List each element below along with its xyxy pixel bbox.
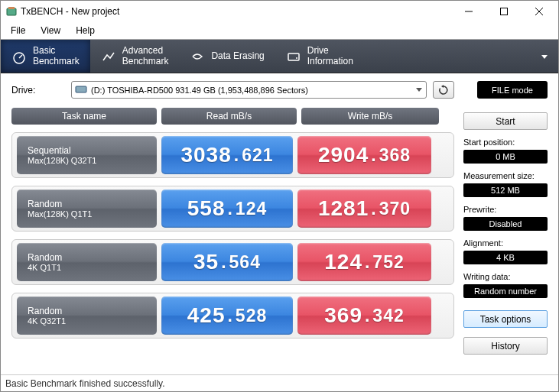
tab-drive-information[interactable]: Drive Information xyxy=(275,40,364,73)
task-cell[interactable]: Random4K Q32T1 xyxy=(17,296,157,335)
refresh-button[interactable] xyxy=(433,81,454,99)
minimize-button[interactable] xyxy=(451,1,486,22)
alignment-value: 4 KB xyxy=(463,251,548,264)
svg-point-9 xyxy=(296,57,297,59)
svg-rect-11 xyxy=(76,86,86,92)
gauge-icon xyxy=(11,49,27,64)
header-read: Read mB/s xyxy=(161,108,297,125)
expand-toolbar-button[interactable] xyxy=(531,40,558,73)
result-row: RandomMax(128K) Q1T1558.1241281.370 xyxy=(11,186,454,232)
close-button[interactable] xyxy=(522,1,557,22)
tab-advanced-benchmark[interactable]: Advanced Benchmark xyxy=(90,40,180,73)
tab-label: Data Erasing xyxy=(211,51,264,61)
result-row: Random4K Q32T1425.528369.342 xyxy=(11,293,454,339)
history-button[interactable]: History xyxy=(463,337,548,355)
write-cell[interactable]: 124.752 xyxy=(297,243,431,281)
task-sub: 4K Q1T1 xyxy=(28,263,157,272)
read-cell[interactable]: 3038.621 xyxy=(161,136,293,174)
status-bar: Basic Benchmark finished successfully. xyxy=(1,374,558,391)
task-name: Random xyxy=(28,306,157,316)
drive-select[interactable]: (D:) TOSHIBA-RD500 931.49 GB (1,953,488,… xyxy=(71,81,427,99)
task-name: Sequential xyxy=(28,145,157,156)
writing-data-value: Random number xyxy=(463,284,548,298)
tab-data-erasing[interactable]: Data Erasing xyxy=(179,40,275,73)
task-sub: Max(128K) Q32T1 xyxy=(28,156,157,165)
table-header: Task name Read mB/s Write mB/s xyxy=(11,108,454,125)
svg-marker-10 xyxy=(541,55,548,59)
start-button[interactable]: Start xyxy=(463,112,548,130)
task-name: Random xyxy=(28,199,157,209)
svg-rect-3 xyxy=(501,8,508,15)
window-title: TxBENCH - New project xyxy=(21,6,451,17)
chevron-down-icon xyxy=(415,86,423,95)
menu-file[interactable]: File xyxy=(4,24,32,37)
toolbar: Basic Benchmark Advanced Benchmark Data … xyxy=(1,39,558,73)
erase-icon xyxy=(190,49,205,64)
measurement-size-label: Measurement size: xyxy=(463,171,548,180)
app-icon xyxy=(5,5,18,18)
task-cell[interactable]: RandomMax(128K) Q1T1 xyxy=(17,190,157,228)
drive-label: Drive: xyxy=(11,85,65,96)
drive-value: (D:) TOSHIBA-RD500 931.49 GB (1,953,488,… xyxy=(91,86,308,95)
menu-help[interactable]: Help xyxy=(69,24,102,37)
header-write: Write mB/s xyxy=(301,108,439,125)
task-cell[interactable]: Random4K Q1T1 xyxy=(17,243,157,281)
titlebar: TxBENCH - New project xyxy=(1,1,558,22)
read-cell[interactable]: 35.564 xyxy=(161,243,293,281)
writing-data-label: Writing data: xyxy=(463,272,548,281)
prewrite-label: Prewrite: xyxy=(463,205,548,214)
maximize-button[interactable] xyxy=(486,1,522,22)
start-position-value: 0 MB xyxy=(463,150,548,164)
svg-marker-12 xyxy=(416,88,422,92)
svg-line-7 xyxy=(19,55,22,58)
menu-view[interactable]: View xyxy=(34,24,67,37)
task-cell[interactable]: SequentialMax(128K) Q32T1 xyxy=(17,136,157,174)
tab-label: Basic Benchmark xyxy=(33,46,80,66)
svg-rect-1 xyxy=(8,7,15,9)
measurement-size-value: 512 MB xyxy=(463,183,548,197)
tab-label: Drive Information xyxy=(307,46,353,66)
svg-marker-13 xyxy=(441,85,444,88)
disk-icon xyxy=(75,85,87,96)
write-cell[interactable]: 1281.370 xyxy=(297,190,431,228)
read-cell[interactable]: 558.124 xyxy=(161,190,293,228)
drive-icon xyxy=(286,49,301,64)
start-position-label: Start position: xyxy=(463,138,548,147)
prewrite-value: Disabled xyxy=(463,217,548,231)
file-mode-button[interactable]: FILE mode xyxy=(477,81,548,99)
task-sub: 4K Q32T1 xyxy=(28,316,157,326)
chart-icon xyxy=(101,49,116,64)
task-options-button[interactable]: Task options xyxy=(463,310,548,328)
task-name: Random xyxy=(28,252,157,263)
result-row: SequentialMax(128K) Q32T13038.6212904.36… xyxy=(11,132,454,178)
tab-label: Advanced Benchmark xyxy=(122,46,169,66)
write-cell[interactable]: 369.342 xyxy=(297,296,431,335)
tab-basic-benchmark[interactable]: Basic Benchmark xyxy=(1,40,90,73)
svg-rect-0 xyxy=(7,8,16,15)
drive-row: Drive: (D:) TOSHIBA-RD500 931.49 GB (1,9… xyxy=(11,81,454,99)
task-sub: Max(128K) Q1T1 xyxy=(28,209,157,219)
alignment-label: Alignment: xyxy=(463,238,548,248)
header-task: Task name xyxy=(11,108,157,125)
svg-rect-8 xyxy=(288,53,299,60)
read-cell[interactable]: 425.528 xyxy=(161,296,293,335)
write-cell[interactable]: 2904.368 xyxy=(297,136,431,174)
menubar: File View Help xyxy=(1,22,558,39)
result-row: Random4K Q1T135.564124.752 xyxy=(11,239,454,285)
